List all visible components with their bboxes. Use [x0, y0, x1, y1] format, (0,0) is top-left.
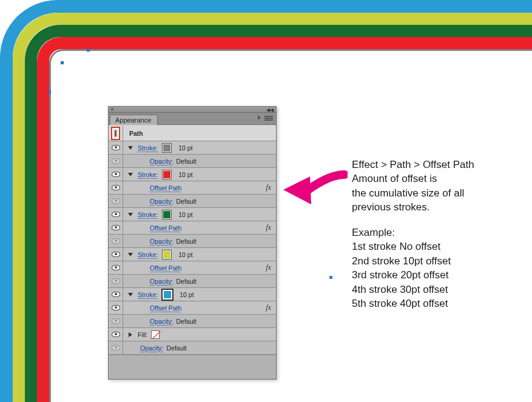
chevron-right-icon	[129, 332, 132, 337]
offset-path-link[interactable]: Offset Path	[150, 184, 181, 192]
disclosure-toggle[interactable]	[123, 248, 138, 261]
stroke-row-5[interactable]: Stroke: 10 pt	[109, 288, 276, 301]
visibility-toggle[interactable]	[109, 288, 123, 301]
opacity-row[interactable]: Opacity: Default	[109, 195, 276, 208]
selection-thumbnail-icon	[112, 128, 119, 139]
opacity-link[interactable]: Opacity:	[150, 158, 173, 165]
fx-icon[interactable]: fx	[266, 263, 271, 272]
visibility-toggle[interactable]	[109, 208, 123, 221]
stroke-swatch-grey[interactable]	[163, 144, 171, 152]
offset-path-row[interactable]: Offset Path fx	[109, 261, 276, 275]
stroke-weight[interactable]: 10 pt	[178, 144, 192, 152]
stroke-swatch-red[interactable]	[163, 170, 171, 179]
opacity-row[interactable]: Opacity: Default	[109, 235, 276, 248]
fill-label: Fill:	[138, 331, 147, 338]
stroke-link[interactable]: Stroke:	[138, 211, 158, 218]
disclosure-toggle[interactable]	[123, 328, 138, 341]
object-type-row[interactable]: Path	[109, 126, 276, 141]
tab-appearance[interactable]: Appearance	[110, 115, 158, 125]
offset-path-link[interactable]: Offset Path	[150, 224, 181, 232]
visibility-toggle[interactable]	[109, 141, 123, 154]
visibility-toggle[interactable]	[109, 221, 123, 234]
stroke-link[interactable]: Stroke:	[138, 171, 158, 178]
offset-path-link[interactable]: Offset Path	[150, 264, 181, 272]
stroke-weight[interactable]: 10 pt	[178, 211, 192, 218]
eye-icon	[112, 332, 120, 337]
opacity-value: Default	[167, 344, 187, 352]
stroke-swatch-yellow[interactable]	[163, 250, 171, 259]
opacity-row[interactable]: Opacity: Default	[109, 275, 276, 288]
offset-path-row[interactable]: Offset Path fx	[109, 221, 276, 235]
opacity-row[interactable]: Opacity: Default	[109, 341, 276, 355]
selection-handle[interactable]	[48, 90, 51, 93]
disclosure-toggle[interactable]	[123, 208, 138, 221]
stroke-link[interactable]: Stroke:	[138, 291, 158, 298]
disclosure-toggle[interactable]	[123, 141, 138, 154]
visibility-toggle[interactable]	[109, 301, 123, 314]
visibility-toggle[interactable]	[109, 275, 123, 287]
stroke-weight[interactable]: 10 pt	[180, 291, 194, 298]
opacity-link[interactable]: Opacity:	[150, 238, 173, 245]
fill-swatch-none[interactable]	[151, 330, 160, 339]
stroke-row-1[interactable]: Stroke: 10 pt	[109, 141, 276, 155]
stroke-swatch-blue[interactable]	[163, 290, 172, 300]
chevron-down-icon	[128, 146, 133, 150]
fx-icon[interactable]: fx	[266, 183, 271, 192]
panel-menu-icon[interactable]	[264, 115, 273, 122]
opacity-link[interactable]: Opacity:	[140, 344, 164, 352]
eye-icon	[112, 172, 120, 177]
stroke-link[interactable]: Stroke:	[138, 144, 158, 152]
opacity-row[interactable]: Opacity: Default	[109, 315, 276, 328]
offset-path-row[interactable]: Offset Path fx	[109, 301, 276, 315]
offset-path-row[interactable]: Offset Path fx	[109, 181, 276, 195]
visibility-toggle[interactable]	[109, 168, 123, 181]
visibility-toggle[interactable]	[109, 235, 123, 247]
stroke-row-3[interactable]: Stroke: 10 pt	[109, 208, 276, 221]
chevron-down-icon	[128, 173, 133, 176]
eye-icon	[112, 252, 120, 257]
anchor-point[interactable]	[329, 276, 332, 279]
visibility-toggle[interactable]	[109, 248, 123, 261]
stroke-weight[interactable]: 10 pt	[178, 251, 192, 258]
opacity-link[interactable]: Opacity:	[150, 198, 173, 205]
stroke-swatch-green[interactable]	[163, 210, 171, 219]
stroke-row-4[interactable]: Stroke: 10 pt	[109, 248, 276, 261]
visibility-toggle[interactable]	[109, 315, 123, 327]
stroke-weight[interactable]: 10 pt	[178, 171, 192, 178]
opacity-value: Default	[177, 198, 197, 205]
panel-tabbar: Appearance	[109, 113, 276, 125]
visibility-toggle[interactable]	[109, 155, 123, 167]
panel-titlebar[interactable]: × ◀◀	[109, 107, 276, 113]
opacity-row[interactable]: Opacity: Default	[109, 155, 276, 168]
close-icon[interactable]: ×	[110, 106, 114, 113]
visibility-toggle[interactable]	[109, 341, 123, 354]
visibility-toggle[interactable]	[109, 261, 123, 274]
opacity-link[interactable]: Opacity:	[150, 318, 173, 325]
eye-icon	[112, 278, 120, 284]
anno-line: Effect > Path > Offset Path	[352, 159, 474, 170]
chevron-down-icon	[128, 213, 133, 216]
opacity-link[interactable]: Opacity:	[150, 278, 173, 285]
eye-icon	[112, 212, 120, 217]
fill-row[interactable]: Fill:	[109, 328, 276, 341]
fx-icon[interactable]: fx	[266, 303, 271, 312]
eye-icon	[112, 305, 120, 310]
selection-handle[interactable]	[87, 49, 90, 52]
visibility-toggle[interactable]	[109, 328, 123, 341]
visibility-toggle[interactable]	[109, 195, 123, 207]
eye-icon	[112, 158, 120, 164]
eye-icon	[112, 145, 120, 150]
anno-line: 4th stroke 30pt offset	[352, 284, 448, 295]
eye-icon	[112, 318, 120, 324]
visibility-toggle[interactable]	[109, 181, 123, 194]
disclosure-toggle[interactable]	[123, 168, 138, 181]
stroke-row-2[interactable]: Stroke: 10 pt	[109, 168, 276, 181]
anno-line: Example:	[352, 227, 395, 238]
disclosure-toggle[interactable]	[123, 288, 138, 301]
stroke-link[interactable]: Stroke:	[138, 251, 158, 258]
offset-path-link[interactable]: Offset Path	[150, 304, 181, 312]
collapse-icon[interactable]: ◀◀	[266, 107, 274, 113]
appearance-panel[interactable]: × ◀◀ Appearance Path Stroke: 10 pt Opaci…	[108, 106, 277, 380]
fx-icon[interactable]: fx	[266, 223, 271, 232]
selection-handle[interactable]	[61, 61, 64, 64]
